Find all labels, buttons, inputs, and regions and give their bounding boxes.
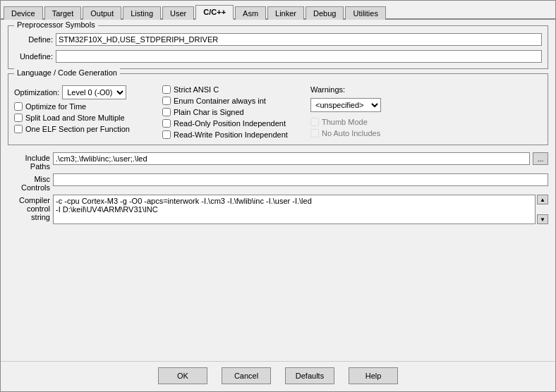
lang-col-right: Warnings: <unspecified> All Warnings No … — [310, 82, 409, 139]
strict-ansi-row: Strict ANSI C — [162, 85, 303, 94]
split-load-row: Split Load and Store Multiple — [14, 114, 155, 122]
no-auto-checkbox[interactable] — [310, 129, 319, 137]
include-paths-row: Include Paths ... — [8, 152, 548, 171]
undefine-label: Undefine: — [14, 52, 53, 61]
one-elf-label: One ELF Section per Function — [25, 125, 130, 133]
help-button[interactable]: Help — [349, 367, 398, 384]
warnings-select-row: <unspecified> All Warnings No Warnings — [310, 98, 409, 112]
scroll-up-button[interactable]: ▲ — [537, 195, 548, 204]
misc-controls-label: Misc Controls — [8, 173, 50, 192]
no-auto-label: No Auto Includes — [322, 129, 380, 137]
ok-button[interactable]: OK — [158, 367, 207, 384]
main-content: Preprocessor Symbols Define: Undefine: L… — [1, 20, 555, 361]
compiler-control-wrap: -c -cpu Cortex-M3 -g -O0 -apcs=interwork… — [53, 195, 548, 224]
undefine-row: Undefine: — [14, 50, 542, 63]
no-auto-row: No Auto Includes — [310, 129, 409, 137]
compiler-control-textarea[interactable]: -c -cpu Cortex-M3 -g -O0 -apcs=interwork… — [53, 195, 536, 224]
strict-ansi-checkbox[interactable] — [162, 85, 171, 94]
read-write-checkbox[interactable] — [162, 130, 171, 139]
plain-char-checkbox[interactable] — [162, 108, 171, 116]
enum-container-row: Enum Container always int — [162, 97, 303, 105]
plain-char-row: Plain Char is Signed — [162, 108, 303, 116]
enum-container-checkbox[interactable] — [162, 97, 171, 105]
tab-linker[interactable]: Linker — [267, 6, 304, 20]
misc-controls-row: Misc Controls — [8, 173, 548, 192]
strict-ansi-label: Strict ANSI C — [174, 85, 219, 94]
optimization-row: Optimization: Level 0 (-O0) Level 1 (-O1… — [14, 85, 155, 99]
optimize-time-row: Optimize for Time — [14, 102, 155, 111]
read-write-row: Read-Write Position Independent — [162, 130, 303, 139]
tab-cpp[interactable]: C/C++ — [195, 5, 234, 20]
warnings-select[interactable]: <unspecified> All Warnings No Warnings — [310, 98, 381, 112]
tab-output[interactable]: Output — [83, 6, 121, 20]
include-paths-label: Include Paths — [8, 152, 50, 171]
read-write-label: Read-Write Position Independent — [174, 130, 288, 139]
optimization-select[interactable]: Level 0 (-O0) Level 1 (-O1) Level 2 (-O2… — [62, 85, 126, 99]
thumb-mode-row: Thumb Mode — [310, 118, 409, 126]
define-label: Define: — [14, 35, 53, 44]
one-elf-row: One ELF Section per Function — [14, 125, 155, 133]
compiler-scroll-buttons: ▲ ▼ — [537, 195, 548, 224]
include-paths-input[interactable] — [53, 152, 530, 165]
preprocessor-title: Preprocessor Symbols — [14, 20, 98, 29]
thumb-mode-label: Thumb Mode — [322, 118, 368, 126]
misc-controls-input[interactable] — [53, 173, 548, 186]
one-elf-checkbox[interactable] — [14, 125, 23, 133]
language-group: Language / Code Generation Optimization:… — [8, 73, 548, 145]
compiler-control-row: Compiler control string -c -cpu Cortex-M… — [8, 195, 548, 224]
define-input[interactable] — [56, 33, 542, 46]
thumb-mode-checkbox[interactable] — [310, 118, 319, 126]
read-only-checkbox[interactable] — [162, 119, 171, 128]
tab-debug[interactable]: Debug — [306, 6, 344, 20]
undefine-input[interactable] — [56, 50, 542, 63]
tab-target[interactable]: Target — [44, 6, 82, 20]
browse-button[interactable]: ... — [533, 152, 548, 165]
enum-container-label: Enum Container always int — [174, 97, 266, 105]
split-load-label: Split Load and Store Multiple — [25, 114, 125, 122]
language-title: Language / Code Generation — [14, 68, 120, 77]
split-load-checkbox[interactable] — [14, 114, 23, 122]
read-only-label: Read-Only Position Independent — [174, 119, 286, 128]
warnings-label: Warnings: — [310, 85, 409, 94]
bottom-fields: Include Paths ... Misc Controls Compiler… — [8, 152, 548, 224]
defaults-button[interactable]: Defaults — [285, 367, 334, 384]
cancel-button[interactable]: Cancel — [222, 367, 271, 384]
define-row: Define: — [14, 33, 542, 46]
lang-col-mid: Strict ANSI C Enum Container always int … — [162, 82, 303, 139]
lang-gen-container: Optimization: Level 0 (-O0) Level 1 (-O1… — [14, 82, 542, 139]
compiler-control-label: Compiler control string — [8, 195, 50, 221]
tab-asm[interactable]: Asm — [235, 6, 266, 20]
tab-listing[interactable]: Listing — [123, 6, 161, 20]
optimization-label: Optimization: — [14, 88, 59, 97]
lang-col-left: Optimization: Level 0 (-O0) Level 1 (-O1… — [14, 82, 155, 139]
tab-device[interactable]: Device — [4, 6, 43, 20]
optimize-time-label: Optimize for Time — [25, 102, 86, 111]
optimize-time-checkbox[interactable] — [14, 102, 23, 111]
tab-utilities[interactable]: Utilities — [345, 6, 385, 20]
footer: OK Cancel Defaults Help — [1, 361, 555, 391]
read-only-row: Read-Only Position Independent — [162, 119, 303, 128]
dialog: Device Target Output Listing User C/C++ … — [0, 0, 556, 392]
tab-bar: Device Target Output Listing User C/C++ … — [1, 1, 555, 20]
plain-char-label: Plain Char is Signed — [174, 108, 244, 116]
scroll-down-button[interactable]: ▼ — [537, 214, 548, 224]
tab-user[interactable]: User — [162, 6, 194, 20]
preprocessor-group: Preprocessor Symbols Define: Undefine: — [8, 25, 548, 69]
